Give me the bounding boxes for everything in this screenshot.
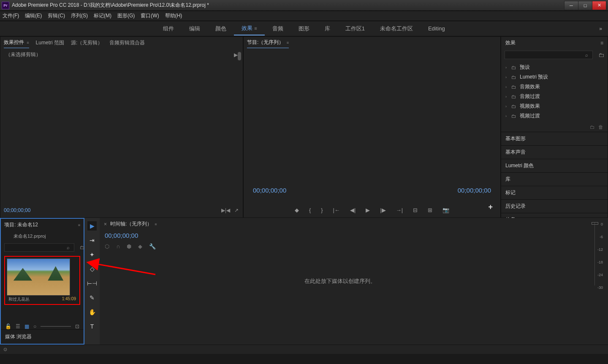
timeline-timecode: 00;00;00;00 — [100, 230, 580, 241]
timeline-title: 时间轴:（无序列） — [110, 220, 152, 228]
effects-tree: ›🗀预设 ›🗀Lumetri 预设 ›🗀音频效果 ›🗀音频过渡 ›🗀视频效果 ›… — [501, 61, 608, 122]
list-view-icon[interactable]: ☰ — [16, 323, 20, 329]
fx-audio-effects[interactable]: ›🗀音频效果 — [501, 82, 608, 92]
sort-icon[interactable]: ⊡ — [75, 323, 79, 329]
settings-icon[interactable]: ◆ — [138, 243, 142, 250]
ws-unnamed[interactable]: 未命名工作区 — [372, 22, 421, 35]
tab-audio-mixer[interactable]: 音频剪辑混合器 — [109, 38, 145, 48]
effects-panel: 效果 ≡ ⌕ 🗀 ›🗀预设 ›🗀Lumetri 预设 ›🗀音频效果 ›🗀音频过渡… — [501, 36, 608, 218]
timeline-close-icon[interactable]: × — [104, 221, 107, 227]
minimize-button[interactable]: ─ — [564, 1, 578, 10]
menu-sequence[interactable]: 序列(S) — [71, 12, 88, 19]
wrench-icon[interactable]: 🔧 — [149, 243, 156, 250]
marker-icon[interactable]: ⬢ — [127, 243, 131, 250]
go-in-icon[interactable]: |← — [333, 207, 340, 213]
icon-view-icon[interactable]: ▦ — [24, 323, 29, 329]
meter-label-3: -18 — [597, 260, 603, 264]
snap-icon[interactable]: ⬡ — [105, 243, 109, 250]
maximize-button[interactable]: □ — [578, 1, 592, 10]
fx-video-effects[interactable]: ›🗀视频效果 — [501, 101, 608, 111]
find-icon[interactable]: 🗀 — [80, 244, 85, 250]
section-libraries[interactable]: 库 — [501, 172, 608, 186]
type-tool[interactable]: T — [87, 322, 97, 331]
selection-tool[interactable]: ▶ — [87, 221, 97, 231]
play-icon[interactable]: ▶ — [366, 207, 370, 213]
freeform-icon[interactable]: ○ — [33, 323, 36, 329]
effects-menu-icon[interactable]: ≡ — [600, 40, 603, 46]
ws-editing-en[interactable]: Editing — [421, 23, 453, 34]
project-title: 项目: 未命名12 — [4, 221, 38, 228]
bracket-in-icon[interactable]: { — [309, 207, 311, 213]
razor-tool[interactable]: ◇ — [87, 264, 97, 274]
menubar: 文件(F) 编辑(E) 剪辑(C) 序列(S) 标记(M) 图形(G) 窗口(W… — [0, 11, 608, 21]
track-select-tool[interactable]: ⇥ — [87, 236, 97, 245]
ripple-edit-tool[interactable]: ✦ — [87, 250, 97, 259]
source-loop-icon[interactable]: ▶|◀ — [221, 207, 230, 213]
ws-library[interactable]: 库 — [317, 22, 338, 35]
ws-effects[interactable]: 效果≡ — [234, 22, 264, 35]
menu-file[interactable]: 文件(F) — [3, 12, 19, 19]
media-browser-tab[interactable]: 媒体 浏览器 — [1, 329, 84, 344]
project-search-input[interactable] — [4, 243, 74, 252]
menu-clip[interactable]: 剪辑(C) — [48, 12, 65, 19]
section-history[interactable]: 历史记录 — [501, 199, 608, 213]
delete-icon[interactable]: 🗑 — [598, 124, 603, 130]
linked-selection-icon[interactable]: ∩ — [116, 243, 120, 250]
section-markers[interactable]: 标记 — [501, 186, 608, 199]
source-export-icon[interactable]: ↗ — [234, 207, 239, 213]
section-essential-graphics[interactable]: 基本图形 — [501, 132, 608, 145]
ws-graphics[interactable]: 图形 — [291, 22, 317, 35]
clip-thumbnail[interactable] — [7, 258, 70, 296]
meter-peak-icon — [592, 222, 598, 225]
fx-presets[interactable]: ›🗀预设 — [501, 62, 608, 72]
menu-window[interactable]: 窗口(W) — [141, 12, 159, 19]
lift-icon[interactable]: ⊟ — [413, 207, 418, 213]
slip-tool[interactable]: ⊢⊣ — [87, 279, 97, 288]
step-forward-icon[interactable]: |▶ — [380, 207, 385, 213]
ws-editing-cn[interactable]: 编辑 — [182, 22, 208, 35]
tab-lumetri-scopes[interactable]: Lumetri 范围 — [36, 38, 64, 48]
meter-label-0: 0 — [601, 222, 603, 226]
extract-icon[interactable]: ⊞ — [428, 207, 432, 213]
lock-icon[interactable]: 🔓 — [5, 323, 11, 329]
expand-arrow-icon[interactable]: ▶ — [234, 52, 238, 58]
search-icon: ⌕ — [67, 245, 70, 250]
add-button[interactable]: + — [488, 203, 493, 212]
titlebar: Pr Adobe Premiere Pro CC 2018 - D:\我的文档\… — [0, 0, 608, 11]
camera-icon[interactable]: 📷 — [442, 207, 449, 213]
section-lumetri-color[interactable]: Lumetri 颜色 — [501, 159, 608, 172]
pen-tool[interactable]: ✎ — [87, 293, 97, 302]
section-essential-sound[interactable]: 基本声音 — [501, 145, 608, 159]
tab-effect-controls[interactable]: 效果控件 ≡ — [4, 37, 29, 48]
tab-source[interactable]: 源:（无剪辑） — [71, 38, 103, 48]
ws-workspace1[interactable]: 工作区1 — [338, 22, 372, 35]
new-bin-icon[interactable]: 🗀 — [598, 52, 604, 58]
close-button[interactable]: ✕ — [592, 1, 606, 10]
program-panel: 节目:（无序列） ≡ 00;00;00;00 00;00;00;00 ◆ { }… — [243, 36, 501, 218]
bracket-out-icon[interactable]: } — [321, 207, 323, 213]
effects-title: 效果 — [505, 39, 600, 46]
menu-graphics[interactable]: 图形(G) — [117, 12, 135, 19]
timeline-drop-hint: 在此处放下媒体以创建序列。 — [304, 277, 376, 285]
fx-audio-transitions[interactable]: ›🗀音频过渡 — [501, 92, 608, 101]
zoom-slider[interactable] — [41, 326, 71, 327]
hand-tool[interactable]: ✋ — [87, 307, 97, 317]
ws-audio[interactable]: 音频 — [265, 22, 291, 35]
go-out-icon[interactable]: →| — [396, 207, 403, 213]
tab-program[interactable]: 节目:（无序列） ≡ — [247, 37, 289, 48]
timeline-menu-icon[interactable]: ≡ — [155, 222, 157, 226]
effects-search-input[interactable] — [505, 51, 593, 59]
new-folder-icon[interactable]: 🗀 — [590, 124, 595, 130]
ws-overflow-icon[interactable]: » — [599, 26, 602, 32]
fx-video-transitions[interactable]: ›🗀视频过渡 — [501, 111, 608, 121]
step-back-icon[interactable]: ◀| — [350, 207, 356, 213]
menu-edit[interactable]: 编辑(E) — [25, 12, 42, 19]
scrollbar[interactable] — [238, 52, 241, 60]
mark-in-icon[interactable]: ◆ — [295, 207, 299, 213]
ws-color[interactable]: 颜色 — [208, 22, 234, 35]
fx-lumetri-presets[interactable]: ›🗀Lumetri 预设 — [501, 72, 608, 82]
project-menu-icon[interactable]: ≡ — [78, 223, 80, 227]
ws-assembly[interactable]: 组件 — [155, 22, 182, 35]
menu-help[interactable]: 帮助(H) — [165, 12, 182, 19]
menu-marker[interactable]: 标记(M) — [94, 12, 111, 19]
